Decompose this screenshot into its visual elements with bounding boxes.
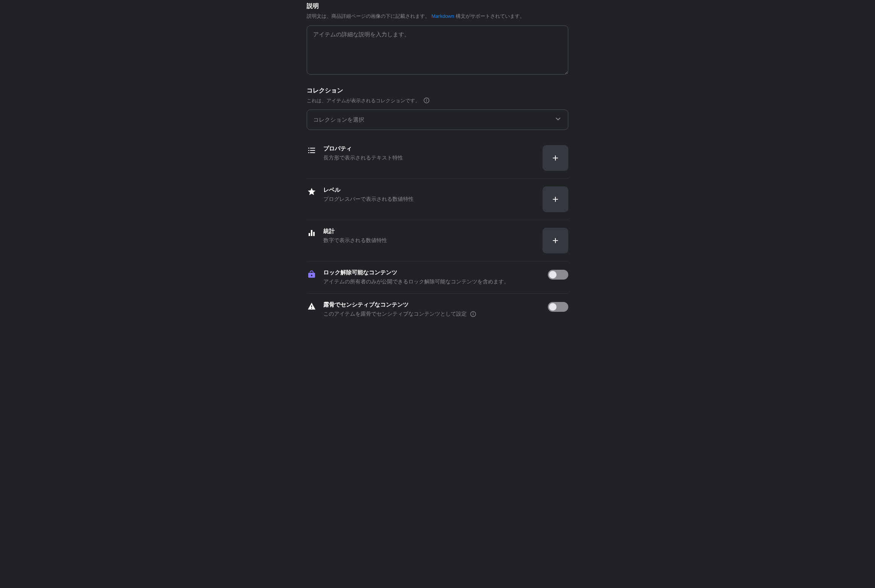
toggle-knob: [549, 271, 557, 278]
svg-rect-8: [310, 152, 315, 153]
toggle-knob: [549, 303, 557, 311]
warning-icon: [307, 301, 317, 311]
svg-rect-19: [311, 308, 312, 309]
trait-desc-explicit-text: このアイテムを露骨でセンシティブなコンテンツとして設定: [323, 310, 467, 318]
description-textarea[interactable]: [307, 25, 568, 75]
trait-text: ロック解除可能なコンテンツ アイテムの所有者のみが公開できるロック解除可能なコン…: [323, 269, 541, 286]
trait-row-properties: プロパティ 長方形で表示されるテキスト特性: [307, 141, 568, 179]
explicit-toggle[interactable]: [548, 302, 568, 312]
trait-title-properties: プロパティ: [323, 145, 536, 152]
svg-rect-15: [313, 232, 315, 236]
description-title: 説明: [307, 2, 568, 10]
star-icon: [307, 186, 317, 196]
collection-section: コレクション これは、アイテムが表示されるコレクションです。 コレクションを選択: [307, 87, 568, 130]
collection-select[interactable]: コレクションを選択: [307, 109, 568, 130]
svg-rect-3: [308, 148, 309, 149]
svg-rect-7: [308, 152, 309, 153]
add-properties-button[interactable]: [543, 145, 568, 171]
trait-row-stats: 統計 数字で表示される数値特性: [307, 220, 568, 261]
list-icon: [307, 145, 317, 155]
add-levels-button[interactable]: [543, 186, 568, 212]
trait-desc-unlockable: アイテムの所有者のみが公開できるロック解除可能なコンテンツを含めます。: [323, 278, 541, 286]
info-icon[interactable]: [470, 311, 477, 317]
trait-desc-levels: プログレスバーで表示される数値特性: [323, 195, 536, 203]
markdown-link[interactable]: Markdown: [431, 13, 454, 20]
trait-desc-properties: 長方形で表示されるテキスト特性: [323, 154, 536, 162]
trait-text: 露骨でセンシティブなコンテンツ このアイテムを露骨でセンシティブなコンテンツとし…: [323, 301, 541, 318]
svg-point-22: [473, 313, 474, 313]
trait-title-unlockable: ロック解除可能なコンテンツ: [323, 269, 541, 276]
add-stats-button[interactable]: [543, 228, 568, 253]
info-icon[interactable]: [423, 97, 430, 104]
unlockable-toggle[interactable]: [548, 270, 568, 280]
trait-title-levels: レベル: [323, 186, 536, 194]
svg-rect-6: [310, 150, 315, 151]
svg-point-2: [427, 99, 427, 100]
plus-icon: [552, 154, 559, 162]
trait-list: プロパティ 長方形で表示されるテキスト特性 レベル プログレスバーで表示される数…: [307, 141, 568, 325]
description-hint-before: 説明文は、商品詳細ページの画像の下に記載されます。: [307, 13, 430, 20]
trait-text: プロパティ 長方形で表示されるテキスト特性: [323, 145, 536, 162]
svg-rect-18: [311, 305, 312, 307]
trait-text: 統計 数字で表示される数値特性: [323, 228, 536, 244]
trait-row-levels: レベル プログレスバーで表示される数値特性: [307, 179, 568, 220]
collection-hint: これは、アイテムが表示されるコレクションです。: [307, 97, 568, 105]
trait-row-explicit: 露骨でセンシティブなコンテンツ このアイテムを露骨でセンシティブなコンテンツとし…: [307, 294, 568, 325]
plus-icon: [552, 237, 559, 244]
chevron-down-icon: [554, 115, 562, 124]
collection-title: コレクション: [307, 87, 568, 95]
trait-desc-stats: 数字で表示される数値特性: [323, 236, 536, 244]
bars-icon: [307, 228, 317, 238]
description-hint-after: 構文がサポートされています。: [456, 13, 525, 20]
svg-rect-5: [308, 150, 309, 151]
svg-rect-4: [310, 148, 315, 149]
trait-title-explicit: 露骨でセンシティブなコンテンツ: [323, 301, 541, 308]
collection-select-placeholder: コレクションを選択: [313, 116, 364, 124]
collection-hint-text: これは、アイテムが表示されるコレクションです。: [307, 97, 420, 105]
trait-text: レベル プログレスバーで表示される数値特性: [323, 186, 536, 203]
trait-desc-explicit: このアイテムを露骨でセンシティブなコンテンツとして設定: [323, 310, 541, 318]
plus-icon: [552, 195, 559, 203]
svg-rect-14: [311, 230, 312, 236]
trait-row-unlockable: ロック解除可能なコンテンツ アイテムの所有者のみが公開できるロック解除可能なコン…: [307, 261, 568, 294]
trait-title-stats: 統計: [323, 228, 536, 235]
description-hint: 説明文は、商品詳細ページの画像の下に記載されます。 Markdown 構文がサポ…: [307, 13, 568, 20]
description-section: 説明 説明文は、商品詳細ページの画像の下に記載されます。 Markdown 構文…: [307, 2, 568, 76]
svg-rect-13: [309, 233, 310, 236]
lock-icon: [307, 269, 317, 279]
